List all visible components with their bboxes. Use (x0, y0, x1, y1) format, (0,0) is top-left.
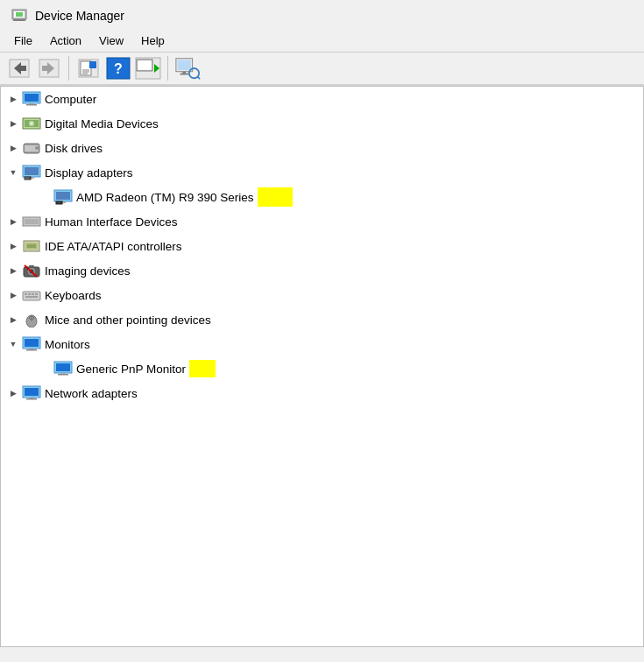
expander-imaging[interactable]: ▶ (4, 262, 22, 279)
highlight-pnp (189, 360, 216, 377)
svg-rect-80 (25, 388, 39, 396)
svg-text:?: ? (114, 61, 123, 76)
menu-help[interactable]: Help (134, 32, 172, 50)
svg-line-27 (197, 76, 200, 79)
app-icon (11, 7, 28, 25)
menu-view[interactable]: View (92, 32, 131, 50)
back-button[interactable] (5, 56, 33, 81)
expander-hid[interactable]: ▶ (4, 213, 22, 230)
svg-rect-63 (25, 293, 27, 295)
label-amd-radeon: AMD Radeon (TM) R9 390 Series (76, 191, 254, 204)
tree-item-keyboards[interactable]: ▶ Keyboards (1, 283, 643, 307)
label-mice: Mice and other pointing devices (45, 313, 211, 327)
svg-rect-3 (16, 12, 23, 17)
menu-file[interactable]: File (7, 32, 39, 50)
label-display-adapters: Display adapters (45, 166, 133, 180)
label-computer: Computer (45, 93, 96, 106)
svg-rect-56 (27, 244, 36, 248)
svg-rect-29 (25, 94, 39, 102)
expander-mice[interactable]: ▶ (4, 311, 22, 328)
update-driver-button[interactable] (134, 56, 162, 81)
svg-rect-31 (26, 104, 37, 106)
tree-item-imaging[interactable]: ▶ Imaging devices (1, 258, 643, 283)
svg-rect-64 (28, 293, 31, 295)
label-digital-media: Digital Media Devices (45, 117, 159, 130)
icon-keyboards (22, 285, 41, 305)
icon-amd-radeon (53, 187, 73, 207)
expander-monitors[interactable]: ▼ (4, 335, 22, 353)
tree-item-generic-pnp[interactable]: ▶ Generic PnP Monitor (1, 356, 643, 381)
icon-computer (22, 89, 41, 109)
highlight-amd (258, 187, 293, 207)
label-keyboards: Keyboards (45, 289, 102, 302)
expander-ide[interactable]: ▶ (4, 237, 22, 255)
label-disk-drives: Disk drives (45, 142, 103, 155)
expander-disk-drives[interactable]: ▶ (4, 139, 22, 157)
toolbar: ? (0, 53, 644, 86)
svg-rect-47 (56, 192, 70, 200)
icon-generic-pnp (53, 359, 73, 378)
icon-mice (22, 310, 41, 329)
svg-rect-40 (25, 167, 39, 175)
svg-rect-74 (26, 349, 37, 351)
expander-display-adapters[interactable]: ▼ (4, 164, 22, 181)
help-button[interactable]: ? (104, 56, 132, 81)
label-network: Network adapters (45, 387, 138, 400)
icon-hid (22, 212, 41, 231)
svg-rect-9 (42, 66, 48, 71)
label-ide: IDE ATA/ATAPI controllers (45, 240, 182, 253)
icon-monitors (22, 335, 41, 354)
svg-rect-72 (25, 339, 39, 347)
window-title: Device Manager (35, 9, 124, 23)
svg-rect-12 (89, 61, 96, 68)
tree-item-network[interactable]: ▶ Network adapters (1, 381, 643, 405)
tree-item-amd-radeon[interactable]: ▶ AMD Radeon (TM) R9 390 Series (1, 185, 643, 209)
menu-bar: File Action View Help (0, 30, 644, 53)
label-hid: Human Interface Devices (45, 215, 178, 229)
svg-rect-6 (20, 66, 26, 71)
svg-rect-60 (29, 265, 34, 268)
expander-keyboards[interactable]: ▶ (4, 286, 22, 304)
svg-rect-25 (180, 74, 188, 75)
svg-rect-2 (13, 19, 25, 21)
tree-item-mice[interactable]: ▶ Mice and other pointing devices (1, 307, 643, 332)
scan-button[interactable] (173, 56, 202, 81)
properties-button[interactable] (74, 56, 103, 81)
label-generic-pnp: Generic PnP Monitor (76, 363, 186, 376)
svg-rect-66 (35, 293, 38, 295)
tree-item-digital-media[interactable]: ▶ Digital Media Devices (1, 111, 643, 136)
device-tree: ▶ Computer ▶ Digital Media Devices ▶ (0, 86, 644, 647)
icon-display-adapters (22, 163, 41, 182)
toolbar-separator-1 (68, 56, 69, 81)
expander-network[interactable]: ▶ (4, 384, 22, 402)
tree-item-display-adapters[interactable]: ▼ Display adapters (1, 160, 643, 185)
expander-digital-media[interactable]: ▶ (4, 115, 22, 132)
icon-network (22, 384, 41, 403)
svg-rect-67 (25, 296, 38, 298)
svg-rect-82 (26, 398, 37, 400)
svg-rect-78 (58, 374, 68, 376)
tree-item-monitors[interactable]: ▼ Monitors (1, 332, 643, 356)
svg-rect-20 (138, 60, 152, 70)
tree-item-ide[interactable]: ▶ IDE ATA/ATAPI controllers (1, 234, 643, 258)
forward-button[interactable] (35, 56, 63, 81)
title-bar: Device Manager (0, 0, 644, 30)
expander-computer[interactable]: ▶ (4, 90, 22, 108)
icon-disk-drives (22, 138, 41, 158)
toolbar-separator-2 (167, 56, 168, 81)
label-monitors: Monitors (45, 338, 90, 351)
svg-rect-23 (178, 60, 191, 70)
icon-ide (22, 236, 41, 256)
icon-imaging (22, 261, 41, 280)
svg-point-38 (35, 146, 39, 150)
tree-item-disk-drives[interactable]: ▶ Disk drives (1, 136, 643, 160)
svg-rect-49 (56, 201, 62, 204)
tree-item-computer[interactable]: ▶ Computer (1, 87, 643, 111)
svg-point-35 (31, 123, 32, 124)
label-imaging: Imaging devices (45, 264, 131, 278)
svg-rect-65 (32, 293, 34, 295)
icon-digital-media (22, 114, 41, 133)
menu-action[interactable]: Action (43, 32, 88, 50)
tree-item-hid[interactable]: ▶ Human Interface Devices (1, 209, 643, 234)
svg-rect-76 (56, 363, 70, 371)
